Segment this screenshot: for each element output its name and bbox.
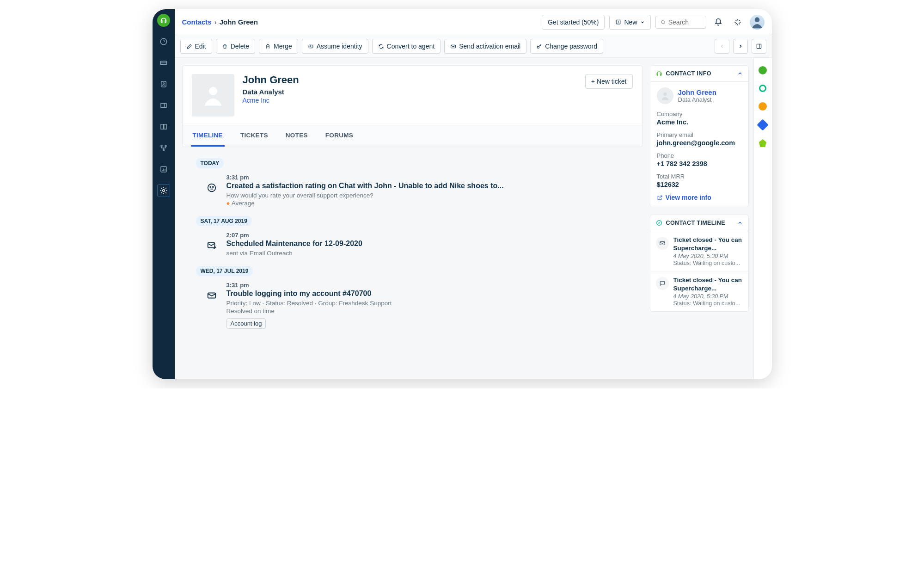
edit-button[interactable]: Edit — [180, 39, 212, 54]
plus-box-icon — [615, 19, 621, 25]
trash-icon — [222, 43, 228, 49]
svg-point-10 — [661, 20, 664, 24]
breadcrumb-root[interactable]: Contacts — [182, 18, 212, 26]
view-more-link[interactable]: View more info — [657, 194, 742, 201]
refresh-icon — [378, 43, 384, 49]
svg-point-15 — [537, 46, 539, 48]
app-dot-green[interactable] — [759, 66, 767, 74]
tabs: TIMELINE TICKETS NOTES FORUMS — [183, 125, 642, 147]
nav-tickets-icon[interactable] — [157, 56, 170, 69]
new-button[interactable]: New — [609, 15, 650, 30]
chevron-up-icon[interactable] — [737, 71, 743, 76]
timeline-item[interactable]: 3:31 pm Created a satisfaction rating on… — [196, 174, 641, 207]
right-app-rail — [753, 58, 772, 379]
contact-avatar-icon — [657, 87, 673, 104]
timeline-date-pill: TODAY — [196, 158, 224, 168]
contact-role: Data Analyst — [678, 96, 716, 103]
contact-info-heading: CONTACT INFO — [666, 70, 711, 77]
tab-timeline[interactable]: TIMELINE — [191, 125, 225, 147]
svg-rect-16 — [757, 44, 761, 48]
svg-point-6 — [163, 149, 164, 151]
contact-company: Acme Inc. — [657, 118, 742, 126]
user-avatar[interactable] — [750, 15, 765, 30]
timeline-date-pill: WED, 17 JUL 2019 — [196, 266, 253, 276]
svg-point-19 — [210, 186, 211, 187]
top-bar: Contacts › John Green Get started (50%) … — [175, 9, 772, 35]
contact-timeline-item[interactable]: Ticket closed - You can Supercharge... 4… — [650, 271, 748, 311]
mail-icon — [656, 237, 669, 250]
timeline-time: 2:07 pm — [226, 232, 362, 239]
sparkle-icon[interactable] — [730, 15, 745, 30]
delete-button[interactable]: Delete — [216, 39, 255, 54]
tab-tickets[interactable]: TICKETS — [239, 125, 270, 147]
pencil-icon — [186, 43, 192, 49]
merge-icon — [265, 43, 271, 49]
contact-timeline-card: CONTACT TIMELINE Ticket closed - You can… — [650, 215, 749, 312]
external-link-icon — [657, 195, 663, 201]
action-bar: Edit Delete Merge Assume identity Conver… — [175, 35, 772, 58]
face-icon — [205, 181, 218, 194]
nav-kb-icon[interactable] — [157, 120, 170, 133]
app-logo[interactable] — [157, 14, 170, 27]
timeline-rating: ● Average — [226, 200, 504, 207]
nav-dashboard-icon[interactable] — [157, 35, 170, 48]
svg-point-18 — [208, 184, 215, 192]
nav-automations-icon[interactable] — [157, 142, 170, 154]
contact-name-link[interactable]: John Green — [678, 88, 716, 96]
chevron-down-icon — [640, 20, 645, 25]
timeline-item[interactable]: 3:31 pm Trouble logging into my account … — [196, 282, 641, 329]
svg-point-5 — [165, 145, 166, 147]
app-dot-shield[interactable] — [759, 139, 767, 148]
svg-point-20 — [212, 186, 213, 187]
nav-settings-icon[interactable] — [157, 184, 170, 197]
assume-identity-button[interactable]: Assume identity — [302, 39, 368, 54]
nav-reports-icon[interactable] — [157, 163, 170, 176]
contact-info-card: CONTACT INFO John Green Data Analyst — [650, 65, 749, 207]
id-icon — [308, 43, 314, 49]
tab-notes[interactable]: NOTES — [284, 125, 310, 147]
chat-icon — [656, 277, 669, 290]
profile-company-link[interactable]: Acme Inc — [243, 97, 299, 104]
svg-point-3 — [163, 83, 164, 84]
app-dot-blue[interactable] — [757, 119, 768, 130]
search-icon — [661, 19, 666, 25]
next-button[interactable] — [733, 39, 748, 54]
layout-button[interactable] — [752, 39, 766, 54]
contact-timeline-item[interactable]: Ticket closed - You can Supercharge... 4… — [650, 231, 748, 271]
mail-icon — [205, 289, 218, 302]
left-nav-rail — [153, 9, 175, 379]
breadcrumb-current: John Green — [220, 18, 258, 26]
contact-phone: +1 782 342 2398 — [657, 160, 742, 167]
nav-contacts-icon[interactable] — [157, 78, 170, 91]
svg-point-11 — [754, 17, 759, 22]
timeline-desc: How would you rate your overall support … — [226, 192, 504, 199]
timeline-time: 3:31 pm — [226, 174, 504, 181]
app-dot-orange[interactable] — [759, 102, 767, 111]
prev-button[interactable] — [715, 39, 729, 54]
timeline-time: 3:31 pm — [226, 282, 392, 289]
nav-solutions-icon[interactable] — [157, 99, 170, 112]
timeline-title: Trouble logging into my account #470700 — [226, 289, 392, 298]
contact-mrr: $12632 — [657, 181, 742, 188]
change-password-button[interactable]: Change password — [530, 39, 603, 54]
new-ticket-button[interactable]: + New ticket — [585, 74, 633, 89]
timeline-badge[interactable]: Account log — [226, 318, 266, 329]
send-activation-button[interactable]: Send activation email — [444, 39, 526, 54]
chevron-right-icon: › — [214, 18, 217, 26]
convert-to-agent-button[interactable]: Convert to agent — [372, 39, 441, 54]
svg-point-8 — [162, 190, 165, 192]
get-started-button[interactable]: Get started (50%) — [542, 15, 605, 30]
chevron-up-icon[interactable] — [737, 220, 743, 226]
breadcrumb: Contacts › John Green — [182, 18, 258, 26]
contact-email: john.green@google.com — [657, 139, 742, 147]
svg-point-17 — [209, 87, 217, 95]
svg-point-0 — [160, 38, 167, 45]
tab-forums[interactable]: FORUMS — [324, 125, 355, 147]
app-dot-teal[interactable] — [759, 85, 766, 92]
timeline-item[interactable]: 2:07 pm Scheduled Maintenance for 12-09-… — [196, 232, 641, 257]
timeline-meta2: Resolved on time — [226, 308, 392, 314]
merge-button[interactable]: Merge — [259, 39, 298, 54]
mail-check-icon — [205, 239, 218, 252]
search-input[interactable] — [655, 16, 706, 29]
notifications-icon[interactable] — [711, 15, 726, 30]
